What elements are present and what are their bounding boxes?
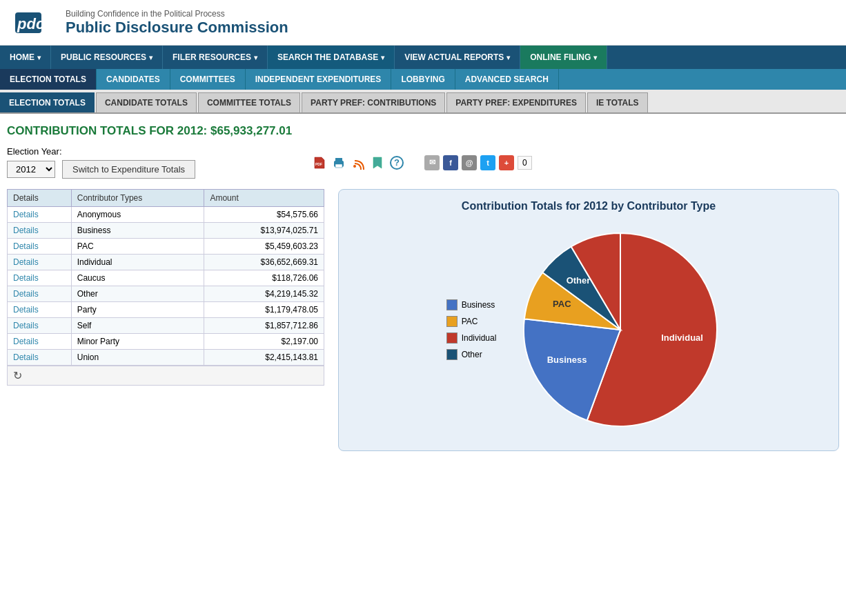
header-title: Public Disclosure Commission: [66, 19, 288, 36]
pie-label-pac: PAC: [553, 299, 571, 309]
table-footer: ↻: [7, 366, 324, 386]
email-share-icon[interactable]: ✉: [424, 155, 440, 170]
nav2-candidates[interactable]: CANDIDATES: [97, 69, 170, 90]
nav1-filer-resources[interactable]: FILER RESOURCES ▾: [163, 46, 268, 69]
contributor-type-cell: Anonymous: [71, 207, 204, 223]
header-text: Building Confidence in the Political Pro…: [66, 9, 288, 37]
chevron-down-icon: ▾: [149, 54, 153, 61]
details-link[interactable]: Details: [13, 352, 39, 362]
chevron-down-icon: ▾: [37, 54, 41, 61]
chevron-down-icon: ▾: [506, 54, 510, 61]
print-icon[interactable]: [332, 156, 346, 170]
nav2-advanced-search[interactable]: ADVANCED SEARCH: [455, 69, 559, 90]
twitter-icon[interactable]: t: [480, 155, 495, 170]
tab-committee-totals[interactable]: COMMITTEE TOTALS: [198, 92, 300, 112]
details-link-cell[interactable]: Details: [8, 207, 72, 223]
contributor-type-cell: Business: [71, 223, 204, 239]
legend-pac: PAC: [446, 316, 497, 327]
tab-candidate-totals[interactable]: CANDIDATE TOTALS: [96, 92, 197, 112]
data-table-wrapper: Details Contributor Types Amount Details…: [7, 189, 324, 386]
amount-cell: $4,219,145.32: [204, 286, 324, 302]
contributor-type-cell: Individual: [71, 255, 204, 270]
tab-party-pref-expenditures[interactable]: PARTY PREF: EXPENDITURES: [446, 92, 586, 112]
details-link-cell[interactable]: Details: [8, 255, 72, 270]
switch-expenditure-button[interactable]: Switch to Expenditure Totals: [62, 160, 195, 179]
amount-cell: $2,415,143.81: [204, 350, 324, 366]
contributor-type-cell: PAC: [71, 239, 204, 255]
pdc-logo-icon: pdc: [14, 7, 52, 38]
details-link[interactable]: Details: [13, 337, 39, 346]
tab-election-totals[interactable]: ELECTION TOTALS: [0, 92, 95, 112]
help-icon[interactable]: ?: [390, 156, 404, 170]
main-nav: HOME ▾ PUBLIC RESOURCES ▾ FILER RESOURCE…: [0, 46, 846, 69]
nav1-public-resources[interactable]: PUBLIC RESOURCES ▾: [51, 46, 163, 69]
details-link-cell[interactable]: Details: [8, 350, 72, 366]
details-link-cell[interactable]: Details: [8, 239, 72, 255]
bookmark-icon[interactable]: [371, 156, 384, 170]
nav1-home[interactable]: HOME ▾: [0, 46, 51, 69]
main-content: CONTRIBUTION TOTALS FOR 2012: $65,933,27…: [0, 114, 846, 461]
chart-legend: Business PAC Individual Other: [446, 299, 497, 360]
tab-party-pref-contributions[interactable]: PARTY PREF: CONTRIBUTIONS: [302, 92, 445, 112]
email-icon2[interactable]: @: [462, 155, 477, 170]
pie-label-individual: Individual: [662, 332, 704, 343]
table-row: Details PAC $5,459,603.23: [8, 239, 324, 255]
details-link[interactable]: Details: [13, 273, 39, 283]
legend-label-individual: Individual: [462, 333, 497, 343]
plus-icon[interactable]: +: [499, 155, 514, 170]
details-link[interactable]: Details: [13, 210, 39, 219]
social-icons-area: ✉ f @ t + 0: [424, 155, 532, 170]
chevron-down-icon: ▾: [593, 54, 597, 61]
amount-cell: $1,179,478.05: [204, 302, 324, 318]
details-link[interactable]: Details: [13, 289, 39, 299]
page-title: CONTRIBUTION TOTALS FOR 2012: $65,933,27…: [7, 124, 839, 138]
amount-cell: $36,652,669.31: [204, 255, 324, 270]
col-header-type: Contributor Types: [71, 190, 204, 207]
table-row: Details Minor Party $2,197.00: [8, 334, 324, 350]
nav1-view-reports[interactable]: VIEW ACTUAL REPORTS ▾: [395, 46, 520, 69]
rss-icon[interactable]: [351, 156, 365, 170]
nav2-election-totals[interactable]: ELECTION TOTALS: [0, 69, 97, 90]
details-link-cell[interactable]: Details: [8, 270, 72, 286]
page-header: pdc Building Confidence in the Political…: [0, 0, 846, 46]
details-link-cell[interactable]: Details: [8, 302, 72, 318]
sub-nav: ELECTION TOTALS CANDIDATES COMMITTEES IN…: [0, 69, 846, 90]
legend-color-individual: [446, 332, 458, 344]
table-row: Details Business $13,974,025.71: [8, 223, 324, 239]
tab-ie-totals[interactable]: IE TOTALS: [587, 92, 648, 112]
table-row: Details Self $1,857,712.86: [8, 318, 324, 334]
content-row: Details Contributor Types Amount Details…: [7, 189, 839, 451]
chart-area: Business PAC Individual Other: [349, 219, 828, 440]
amount-cell: $118,726.06: [204, 270, 324, 286]
facebook-icon[interactable]: f: [443, 155, 458, 170]
details-link-cell[interactable]: Details: [8, 334, 72, 350]
details-link[interactable]: Details: [13, 305, 39, 315]
refresh-icon[interactable]: ↻: [13, 370, 22, 381]
share-counter: 0: [518, 156, 532, 170]
contributor-type-cell: Party: [71, 302, 204, 318]
svg-text:pdc: pdc: [17, 15, 44, 32]
details-link[interactable]: Details: [13, 226, 39, 235]
tab-nav: ELECTION TOTALS CANDIDATE TOTALS COMMITT…: [0, 90, 846, 114]
nav2-committees[interactable]: COMMITTEES: [170, 69, 246, 90]
nav1-online-filing[interactable]: ONLINE FILING ▾: [520, 46, 607, 69]
details-link[interactable]: Details: [13, 257, 39, 267]
nav2-lobbying[interactable]: LOBBYING: [391, 69, 455, 90]
details-link-cell[interactable]: Details: [8, 223, 72, 239]
details-link[interactable]: Details: [13, 321, 39, 330]
year-select[interactable]: 2012 2011 2010 2009 2008: [7, 161, 55, 178]
table-row: Details Party $1,179,478.05: [8, 302, 324, 318]
toolbar-icons: PDF ?: [313, 156, 404, 170]
nav2-independent-expenditures[interactable]: INDEPENDENT EXPENDITURES: [246, 69, 392, 90]
details-link-cell[interactable]: Details: [8, 318, 72, 334]
amount-cell: $5,459,603.23: [204, 239, 324, 255]
table-row: Details Other $4,219,145.32: [8, 286, 324, 302]
amount-cell: $2,197.00: [204, 334, 324, 350]
nav1-search-database[interactable]: SEARCH THE DATABASE ▾: [268, 46, 395, 69]
chevron-down-icon: ▾: [381, 54, 384, 61]
pdf-icon[interactable]: PDF: [313, 156, 326, 170]
details-link[interactable]: Details: [13, 241, 39, 251]
legend-business: Business: [446, 299, 497, 310]
legend-label-pac: PAC: [462, 317, 478, 326]
details-link-cell[interactable]: Details: [8, 286, 72, 302]
